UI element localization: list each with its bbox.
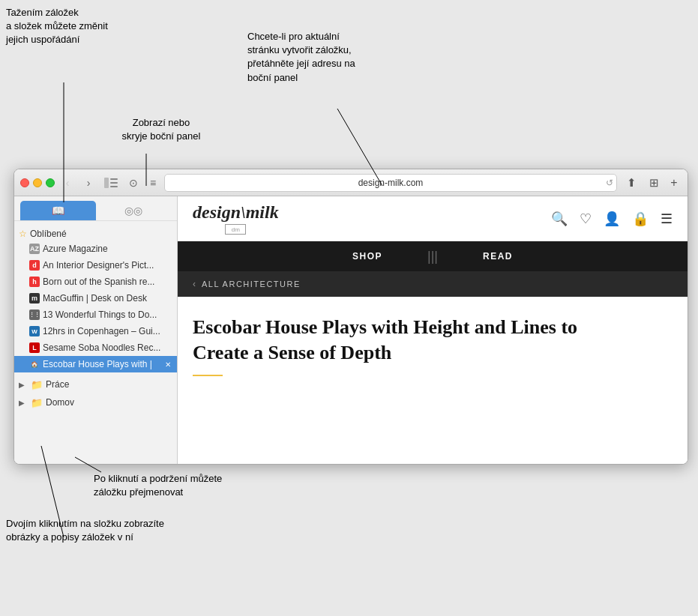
item-label-azure: Azure Magazine	[43, 244, 171, 254]
annotation-chcete-line1: Chcete-li pro aktuální	[247, 31, 340, 42]
folder-label-domov: Domov	[46, 397, 74, 408]
folder-prace[interactable]: ▶ 📁 Práce	[14, 375, 177, 393]
list-item[interactable]: W 12hrs in Copenhagen – Gui...	[14, 323, 177, 339]
svg-rect-2	[110, 182, 118, 184]
item-close-icon[interactable]: ✕	[165, 360, 171, 369]
minimize-button[interactable]	[33, 178, 42, 187]
annotation-tazenim-line2: a složek můžete změnit	[6, 20, 108, 31]
item-label-12hrs: 12hrs in Copenhagen – Gui...	[43, 326, 171, 336]
folder-arrow-domov: ▶	[19, 399, 28, 407]
svg-rect-0	[104, 178, 109, 188]
browser-window: ‹ › ⊙ ≡ design-milk.com ↺ ⬆ ⊞ +	[13, 169, 688, 465]
title-bar: ‹ › ⊙ ≡ design-milk.com ↺ ⬆ ⊞ +	[14, 169, 688, 196]
list-item[interactable]: ⋮⋮ 13 Wonderful Things to Do...	[14, 307, 177, 323]
nav-divider: |||	[427, 249, 438, 265]
annotation-kliknuti-line1: Po kliknutí a podržení můžete	[94, 473, 222, 484]
article-content: Escobar House Plays with Height and Line…	[178, 297, 688, 464]
breadcrumb-bar: ‹ ALL ARCHITECTURE	[178, 271, 688, 297]
bag-icon[interactable]: 🔒	[632, 211, 649, 227]
sidebar-toggle-icon	[104, 178, 118, 188]
item-label-macguffin: MacGuffin | Desk on Desk	[43, 293, 171, 304]
favicon-13: ⋮⋮	[29, 309, 40, 320]
logo-sub: dm	[232, 226, 240, 233]
favorites-label: Oblíbené	[30, 229, 67, 239]
favorites-header: ☆ Oblíbené	[14, 227, 177, 241]
favicon-azure: AZ	[29, 244, 40, 254]
logo-text: design\milk	[193, 202, 279, 223]
annotation-kliknuti-line2: záložku přejmenovat	[94, 486, 183, 498]
plus-button[interactable]: +	[667, 175, 682, 190]
address-bar[interactable]: design-milk.com ↺	[164, 174, 617, 192]
item-label-escobar: Escobar House Plays with |	[43, 359, 162, 369]
browser-body: 📖 ◎◎ ☆ Oblíbené AZ Azure Magazine	[14, 196, 688, 464]
tab-reading-list[interactable]: ◎◎	[96, 201, 172, 220]
favicon-interior: d	[29, 260, 40, 271]
traffic-lights	[20, 178, 55, 187]
star-icon: ☆	[19, 229, 27, 239]
favicon-macguffin: m	[29, 293, 40, 304]
annotation-dvojim: Dvojím kliknutím na složku zobrazíte obr…	[6, 517, 201, 544]
wishlist-icon[interactable]: ♡	[580, 211, 592, 227]
maximize-button[interactable]	[46, 178, 55, 187]
annotation-zobrazi: Zobrazí nebo skryje boční panel	[109, 116, 214, 143]
reading-list-icon: ◎◎	[124, 205, 142, 217]
article-divider	[193, 375, 223, 376]
folder-domov[interactable]: ▶ 📁 Domov	[14, 393, 177, 411]
logo-box: dm	[225, 224, 246, 235]
list-item[interactable]: AZ Azure Magazine	[14, 241, 177, 257]
list-item-active[interactable]: 🏠 Escobar House Plays with | ✕	[14, 356, 177, 372]
sidebar-tree: ☆ Oblíbené AZ Azure Magazine d An Interi…	[14, 221, 177, 414]
list-item[interactable]: h Born out of the Spanish re...	[14, 274, 177, 290]
item-label-interior: An Interior Designer's Pict...	[43, 260, 171, 271]
search-icon[interactable]: 🔍	[551, 211, 568, 227]
url-text: design-milk.com	[358, 178, 424, 188]
toolbar-right: ⬆ ⊞ +	[622, 175, 682, 191]
list-item[interactable]: m MacGuffin | Desk on Desk	[14, 290, 177, 307]
reader-button[interactable]: ⊙	[125, 175, 142, 191]
annotation-zobrazi-line1: Zobrazí nebo	[133, 117, 190, 128]
favicon-born: h	[29, 277, 40, 287]
list-item[interactable]: d An Interior Designer's Pict...	[14, 257, 177, 274]
folder-label-prace: Práce	[46, 379, 69, 390]
site-header: design\milk dm 🔍 ♡ 👤 🔒 ☰	[178, 196, 688, 241]
reload-button[interactable]: ↺	[606, 178, 613, 188]
bookmarks-icon: 📖	[52, 205, 64, 217]
tab-list-button[interactable]: ≡	[145, 175, 161, 191]
tab-bookmarks[interactable]: 📖	[20, 201, 96, 220]
favicon-sesame: L	[29, 342, 40, 353]
favicon-12hrs: W	[29, 326, 40, 336]
svg-rect-1	[110, 178, 118, 180]
folder-icon-domov: 📁	[31, 397, 43, 408]
annotation-dvojim-line2: obrázky a popisy záložek v ní	[6, 531, 133, 543]
close-button[interactable]	[20, 178, 29, 187]
address-bar-container: ⊙ ≡ design-milk.com ↺	[125, 174, 617, 192]
item-label-13: 13 Wonderful Things to Do...	[43, 309, 171, 320]
share-button[interactable]: ⬆	[622, 175, 641, 191]
main-content: design\milk dm 🔍 ♡ 👤 🔒 ☰ SHOP ||| READ	[178, 196, 688, 464]
sidebar-tabs: 📖 ◎◎	[14, 196, 177, 221]
annotation-dvojim-line1: Dvojím kliknutím na složku zobrazíte	[6, 518, 164, 529]
annotation-chcete-line3: přetáhněte její adresu na	[247, 58, 355, 69]
nav-read[interactable]: READ	[483, 251, 513, 262]
annotation-tazenim-line3: jejich uspořádání	[6, 34, 79, 45]
sidebar-toggle-button[interactable]	[101, 175, 121, 191]
forward-button[interactable]: ›	[80, 175, 97, 191]
annotation-tazenim: Tažením záložek a složek můžete změnit j…	[6, 6, 156, 47]
svg-rect-3	[110, 186, 118, 187]
folder-arrow-prace: ▶	[19, 381, 28, 389]
add-tab-button[interactable]: ⊞	[644, 175, 664, 191]
nav-shop[interactable]: SHOP	[352, 251, 382, 262]
sidebar: 📖 ◎◎ ☆ Oblíbené AZ Azure Magazine	[14, 196, 178, 464]
header-icons: 🔍 ♡ 👤 🔒 ☰	[551, 211, 673, 227]
folder-icon-prace: 📁	[31, 379, 43, 390]
favicon-escobar: 🏠	[29, 359, 40, 369]
menu-icon[interactable]: ☰	[661, 211, 673, 227]
annotation-chcete: Chcete-li pro aktuální stránku vytvořit …	[247, 30, 420, 85]
favorites-section: ☆ Oblíbené AZ Azure Magazine d An Interi…	[14, 224, 177, 375]
breadcrumb-text[interactable]: ALL ARCHITECTURE	[202, 280, 301, 289]
annotation-tazenim-line1: Tažením záložek	[6, 7, 79, 18]
breadcrumb-arrow: ‹	[193, 279, 196, 289]
account-icon[interactable]: 👤	[604, 211, 620, 227]
back-button[interactable]: ‹	[59, 175, 76, 191]
list-item[interactable]: L Sesame Soba Noodles Rec...	[14, 339, 177, 356]
